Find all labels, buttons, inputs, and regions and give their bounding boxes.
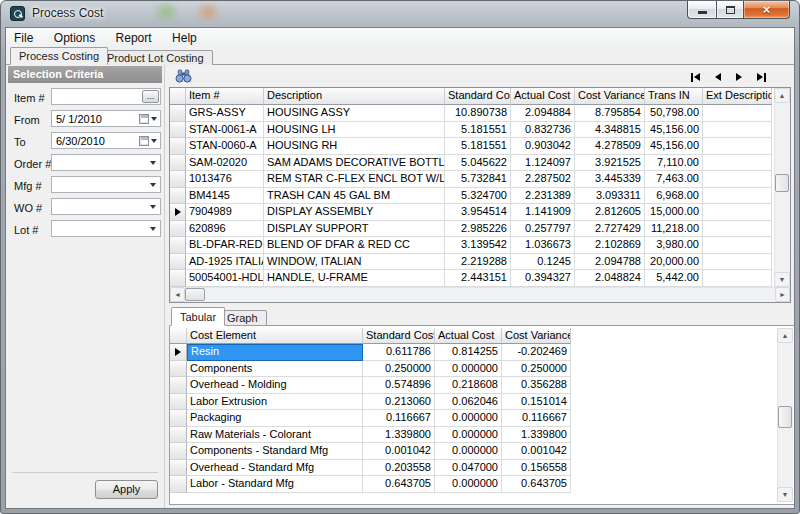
list-item[interactable]: Components - Standard Mfg0.0010420.00000… [170,443,571,460]
row-selector[interactable] [170,237,186,254]
cell-actual-cost[interactable]: 0.832736 [511,122,575,139]
table-row[interactable]: 7904989DISPLAY ASSEMBLY3.9545141.1419092… [170,204,790,221]
lot-number-input[interactable] [52,221,160,236]
cell-actual-cost[interactable]: 0.218608 [435,377,502,394]
column-header-cost-element[interactable]: Cost Element [187,328,363,344]
table-row[interactable]: STAN-0060-AHOUSING RH5.1815510.9030424.2… [170,138,790,155]
row-selector[interactable] [170,460,187,477]
items-grid-hscrollbar[interactable] [170,287,790,302]
cell-description[interactable]: HOUSING ASSY [264,105,445,122]
cell-standard-cost[interactable]: 5.732841 [445,171,511,188]
list-item[interactable]: Labor Extrusion0.2130600.0620460.151014 [170,394,571,411]
cell-ext-description[interactable] [703,204,772,221]
cell-actual-cost[interactable]: 0.000000 [435,476,502,493]
tab-graph[interactable]: Graph [218,310,267,326]
item-number-field[interactable]: ... [51,88,161,105]
list-item[interactable]: Overhead - Molding0.5748960.2186080.3562… [170,377,571,394]
row-selector[interactable] [170,138,186,155]
cell-standard-cost[interactable]: 0.574896 [363,377,435,394]
list-item[interactable]: Components0.2500000.0000000.250000 [170,361,571,378]
order-number-input[interactable] [52,155,160,170]
cell-actual-cost[interactable]: 1.036673 [511,237,575,254]
row-selector[interactable] [170,394,187,411]
cell-ext-description[interactable] [703,105,772,122]
cell-cost-variance[interactable]: 2.727429 [575,221,645,238]
cell-standard-cost[interactable]: 0.203558 [363,460,435,477]
cell-standard-cost[interactable]: 0.001042 [363,443,435,460]
menu-file[interactable]: File [6,28,41,48]
table-row[interactable]: STAN-0061-AHOUSING LH5.1815510.8327364.3… [170,122,790,139]
cell-standard-cost[interactable]: 5.181551 [445,122,511,139]
cell-actual-cost[interactable]: 0.000000 [435,410,502,427]
row-selector[interactable] [170,155,186,172]
cell-actual-cost[interactable]: 0.000000 [435,443,502,460]
cell-trans-in[interactable]: 20,000.00 [645,254,703,271]
close-button[interactable]: × [744,1,790,19]
cell-item[interactable]: BM4145 [186,188,264,205]
column-header-trans-in[interactable]: Trans IN [645,88,703,105]
cell-item[interactable]: 620896 [186,221,264,238]
cell-cost-variance[interactable]: 4.348815 [575,122,645,139]
cell-cost-variance[interactable]: 0.001042 [502,443,571,460]
cell-actual-cost[interactable]: 0.000000 [435,361,502,378]
cell-cost-variance[interactable]: 8.795854 [575,105,645,122]
mfg-number-combo[interactable] [51,176,161,193]
cell-standard-cost[interactable]: 0.116667 [363,410,435,427]
scroll-down-button[interactable]: ▼ [777,487,793,502]
row-selector[interactable] [170,410,187,427]
cell-standard-cost[interactable]: 0.250000 [363,361,435,378]
menu-report[interactable]: Report [108,28,160,48]
cell-standard-cost[interactable]: 2.985226 [445,221,511,238]
cell-item[interactable]: GRS-ASSY [186,105,264,122]
row-selector[interactable] [170,171,186,188]
find-button[interactable] [175,69,192,87]
cell-standard-cost[interactable]: 0.213060 [363,394,435,411]
cell-item[interactable]: STAN-0061-A [186,122,264,139]
mfg-number-input[interactable] [52,177,160,192]
cell-cost-variance[interactable]: 3.921525 [575,155,645,172]
row-selector[interactable] [170,188,186,205]
cell-cost-variance[interactable]: 0.156558 [502,460,571,477]
row-selector[interactable] [170,122,186,139]
column-header-standard-cost[interactable]: Standard Cost [363,328,435,344]
cell-description[interactable]: TRASH CAN 45 GAL BM [264,188,445,205]
scroll-down-button[interactable]: ▼ [774,272,790,287]
first-record-button[interactable] [691,72,700,82]
cell-description[interactable]: SAM ADAMS DECORATIVE BOTTLE [264,155,445,172]
cell-ext-description[interactable] [703,254,772,271]
row-selector[interactable] [170,221,186,238]
cell-cost-element[interactable]: Components [187,361,363,378]
row-selector[interactable] [170,270,186,287]
cell-trans-in[interactable]: 6,968.00 [645,188,703,205]
table-row[interactable]: 50054001-HDLHANDLE, U-FRAME2.4431510.394… [170,270,790,287]
vscroll-thumb[interactable] [775,174,789,192]
cell-item[interactable]: 1013476 [186,171,264,188]
scroll-left-button[interactable]: ◄ [170,287,185,302]
cell-standard-cost[interactable]: 0.611786 [363,344,435,361]
wo-number-input[interactable] [52,199,160,214]
cell-standard-cost[interactable]: 2.443151 [445,270,511,287]
table-row[interactable]: GRS-ASSYHOUSING ASSY10.8907382.0948848.7… [170,105,790,122]
cell-description[interactable]: DISPLAY ASSEMBLY [264,204,445,221]
table-row[interactable]: BM4145TRASH CAN 45 GAL BM5.3247002.23138… [170,188,790,205]
cell-cost-variance[interactable]: -0.202469 [502,344,571,361]
cell-description[interactable]: WINDOW, ITALIAN [264,254,445,271]
table-row[interactable]: AD-1925 ITALIANWINDOW, ITALIAN2.2192880.… [170,254,790,271]
list-item[interactable]: Resin0.6117860.814255-0.202469 [170,344,571,361]
cell-ext-description[interactable] [703,155,772,172]
cell-cost-variance[interactable]: 3.445339 [575,171,645,188]
cell-cost-element[interactable]: Labor Extrusion [187,394,363,411]
column-header-actual-cost[interactable]: Actual Cost [511,88,575,105]
column-header-description[interactable]: Description [264,88,445,105]
cell-cost-variance[interactable]: 0.356288 [502,377,571,394]
row-selector[interactable] [170,344,187,361]
row-selector[interactable] [170,476,187,493]
hscroll-thumb[interactable] [185,288,205,301]
cell-cost-variance[interactable]: 2.048824 [575,270,645,287]
cell-ext-description[interactable] [703,138,772,155]
cell-actual-cost[interactable]: 0.047000 [435,460,502,477]
cell-item[interactable]: AD-1925 ITALIAN [186,254,264,271]
table-row[interactable]: BL-DFAR-REDBLEND OF DFAR & RED CC3.13954… [170,237,790,254]
cell-actual-cost[interactable]: 0.394327 [511,270,575,287]
cell-actual-cost[interactable]: 0.1245 [511,254,575,271]
